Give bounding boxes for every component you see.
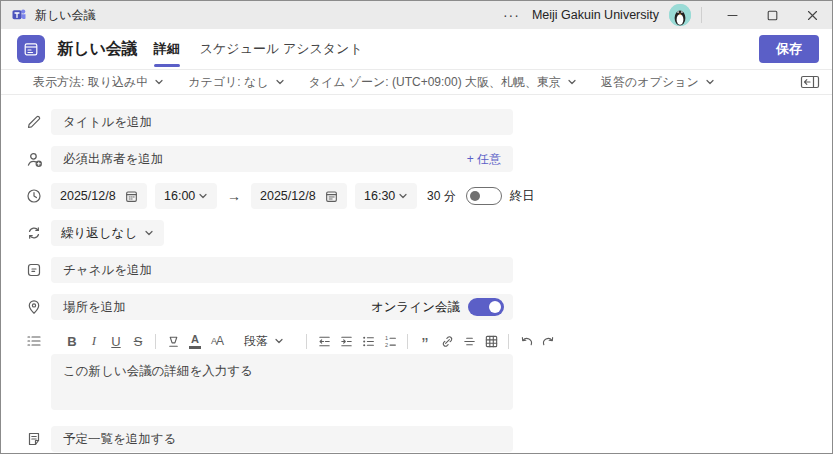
font-color-button[interactable]: A xyxy=(184,330,206,352)
start-time-value: 16:00 xyxy=(164,189,195,203)
recurrence-dropdown[interactable]: 繰り返しなし xyxy=(51,220,164,246)
chevron-down-icon xyxy=(275,77,285,87)
insert-link-button[interactable] xyxy=(436,330,458,352)
toggle-knob xyxy=(470,191,480,201)
required-attendees-input[interactable] xyxy=(51,146,455,172)
toolbar-divider xyxy=(306,334,307,349)
attendees-row: + 任意 xyxy=(1,146,832,172)
bullet-list-icon xyxy=(361,334,376,349)
start-date-value: 2025/12/8 xyxy=(60,189,116,203)
strikethrough-button[interactable]: S xyxy=(127,330,149,352)
channel-icon xyxy=(25,262,43,278)
description-row xyxy=(1,354,832,414)
window-titlebar: 新しい会議 ··· Meiji Gakuin University xyxy=(1,1,832,29)
chevron-down-icon xyxy=(154,77,164,87)
teams-new-meeting-window: 新しい会議 ··· Meiji Gakuin University xyxy=(0,0,833,454)
font-color-icon: A xyxy=(189,334,201,349)
bold-button[interactable]: B xyxy=(61,330,83,352)
pencil-icon xyxy=(25,114,43,130)
toggle-knob xyxy=(489,301,501,313)
undo-button[interactable] xyxy=(515,330,537,352)
show-as-label: 表示方法: 取り込み中 xyxy=(33,74,148,91)
teams-logo-icon xyxy=(11,7,27,23)
underline-button[interactable]: U xyxy=(105,330,127,352)
datetime-row: 2025/12/8 16:00 → 2025/12/8 16:30 xyxy=(1,183,832,209)
highlight-button[interactable] xyxy=(162,330,184,352)
meeting-form: + 任意 2025/12/8 16:00 → 2025/12/ xyxy=(1,95,832,452)
show-as-dropdown[interactable]: 表示方法: 取り込み中 xyxy=(33,74,164,91)
save-button[interactable]: 保存 xyxy=(759,35,819,63)
end-time-picker[interactable]: 16:30 xyxy=(355,183,417,209)
quote-icon: ” xyxy=(422,332,428,350)
blockquote-button[interactable]: ” xyxy=(414,330,436,352)
rich-text-toolbar: B I U S A AA 段落 xyxy=(51,328,559,354)
category-dropdown[interactable]: カテゴリ: なし xyxy=(188,74,284,91)
tab-details[interactable]: 詳細 xyxy=(154,29,180,69)
all-day-toggle[interactable] xyxy=(466,187,502,205)
description-textarea[interactable] xyxy=(51,354,513,410)
org-name: Meiji Gakuin University xyxy=(532,8,659,22)
numbered-list-button[interactable]: 12 xyxy=(379,330,401,352)
toolbar-divider xyxy=(155,334,156,349)
horizontal-rule-button[interactable] xyxy=(458,330,480,352)
redo-icon xyxy=(541,334,556,349)
timezone-dropdown[interactable]: タイム ゾーン: (UTC+09:00) 大阪、札幌、東京 xyxy=(309,74,577,91)
titlebar-more-button[interactable]: ··· xyxy=(491,7,532,23)
minimize-button[interactable] xyxy=(712,1,752,29)
indent-icon xyxy=(339,334,354,349)
window-title: 新しい会議 xyxy=(35,7,96,24)
recurrence-value: 繰り返しなし xyxy=(61,225,137,242)
agenda-list-icon xyxy=(25,333,43,349)
close-icon xyxy=(807,10,818,21)
insert-table-button[interactable] xyxy=(480,330,502,352)
new-meeting-calendar-icon xyxy=(17,35,45,63)
minimize-icon xyxy=(727,10,738,21)
timezone-label: タイム ゾーン: (UTC+09:00) 大阪、札幌、東京 xyxy=(309,74,561,91)
chevron-down-icon xyxy=(144,228,154,238)
title-input[interactable] xyxy=(51,109,513,135)
link-icon xyxy=(440,334,455,349)
calendar-icon xyxy=(325,190,338,203)
recurrence-row: 繰り返しなし xyxy=(1,220,832,246)
font-size-button[interactable]: AA xyxy=(206,330,228,352)
horizontal-rule-icon xyxy=(462,334,477,349)
tab-scheduling-assistant[interactable]: スケジュール アシスタント xyxy=(200,29,363,69)
chevron-down-icon xyxy=(567,77,577,87)
online-meeting-controls: オンライン会議 xyxy=(371,298,513,316)
end-time-value: 16:30 xyxy=(364,189,395,203)
online-meeting-label: オンライン会議 xyxy=(371,299,460,316)
chevron-down-icon xyxy=(198,191,208,201)
indent-button[interactable] xyxy=(335,330,357,352)
collapse-pane-button[interactable] xyxy=(798,72,822,92)
outdent-button[interactable] xyxy=(313,330,335,352)
svg-text:1: 1 xyxy=(384,334,387,340)
bullet-list-button[interactable] xyxy=(357,330,379,352)
redo-button[interactable] xyxy=(537,330,559,352)
end-date-picker[interactable]: 2025/12/8 xyxy=(251,183,347,209)
response-options-dropdown[interactable]: 返答のオプション xyxy=(601,74,715,91)
channel-input[interactable] xyxy=(51,257,513,283)
close-button[interactable] xyxy=(792,1,832,29)
chevron-down-icon xyxy=(705,77,715,87)
agenda-input[interactable] xyxy=(51,426,513,452)
add-optional-attendees-button[interactable]: + 任意 xyxy=(455,151,513,168)
start-date-picker[interactable]: 2025/12/8 xyxy=(51,183,147,209)
location-field: オンライン会議 xyxy=(51,294,513,320)
italic-button[interactable]: I xyxy=(83,330,105,352)
description-toolbar-row: B I U S A AA 段落 xyxy=(1,328,832,354)
toolbar-divider xyxy=(508,334,509,349)
numbered-list-icon: 12 xyxy=(383,334,398,349)
online-meeting-toggle[interactable] xyxy=(468,298,504,316)
channel-row xyxy=(1,257,832,283)
notes-icon xyxy=(25,431,43,447)
start-time-picker[interactable]: 16:00 xyxy=(155,183,217,209)
maximize-button[interactable] xyxy=(752,1,792,29)
panel-collapse-left-icon xyxy=(800,74,820,90)
category-label: カテゴリ: なし xyxy=(188,74,268,91)
location-pin-icon xyxy=(25,299,43,315)
outdent-icon xyxy=(317,334,332,349)
maximize-icon xyxy=(767,10,778,21)
user-avatar[interactable] xyxy=(669,4,691,26)
paragraph-style-dropdown[interactable]: 段落 xyxy=(238,332,290,351)
location-input[interactable] xyxy=(51,294,371,320)
